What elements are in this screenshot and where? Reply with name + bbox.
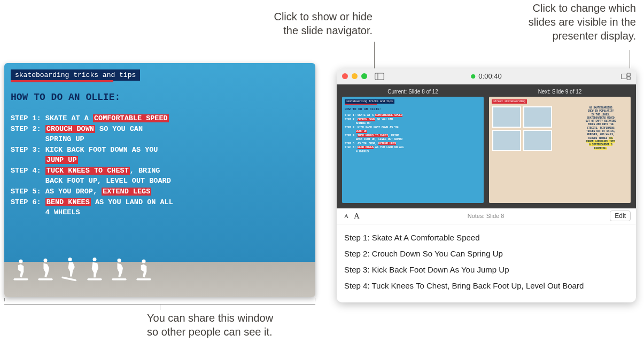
next-preview[interactable]: Next: Slide 9 of 12 street skateboarding…	[489, 89, 631, 203]
timer-value: 0:00:40	[478, 72, 501, 80]
preview-row: Current: Slide 8 of 12 skateboarding tri…	[337, 84, 636, 208]
current-preview[interactable]: Current: Slide 8 of 12 skateboarding tri…	[342, 89, 484, 203]
svg-rect-0	[375, 73, 384, 80]
next-thumb[interactable]: street skateboarding AS SKATEBOARDINGGRE…	[489, 97, 631, 203]
minimize-icon[interactable]	[352, 73, 358, 79]
font-smaller-button[interactable]: A	[342, 212, 351, 220]
notes-title: Notes: Slide 8	[362, 213, 610, 219]
next-collage	[492, 106, 556, 151]
thumb-underline	[345, 104, 377, 105]
notes-toolbar: A A Notes: Slide 8 Edit	[337, 208, 636, 224]
share-bracket	[4, 301, 315, 305]
edit-button[interactable]: Edit	[610, 211, 631, 221]
skater-silhouettes	[11, 258, 154, 282]
navigator-toggle-button[interactable]	[375, 73, 384, 80]
slide-steps: STEP 1: SKATE AT A COMFORTABLE SPEEDSTEP…	[11, 113, 203, 218]
slide-title-band: skateboarding tricks and tips	[11, 69, 140, 81]
window-controls[interactable]	[342, 73, 367, 79]
sidebar-icon	[375, 73, 384, 80]
slide-heading: HOW TO DO AN OLLIE:	[11, 92, 120, 103]
font-larger-button[interactable]: A	[352, 211, 362, 222]
zoom-icon[interactable]	[361, 73, 367, 79]
callout-share: You can share this windowso other people…	[147, 311, 307, 339]
timer: 0:00:40	[471, 72, 501, 80]
next-label: Next: Slide 9 of 12	[489, 89, 631, 95]
current-label: Current: Slide 8 of 12	[342, 89, 484, 95]
thumb-heading: HOW TO DO AN OLLIE:	[345, 107, 381, 111]
next-text: AS SKATEBOARDINGGREW IN POPULARITYIN THE…	[574, 106, 627, 150]
note-line: Step 3: Kick Back Foot Down As You Jump …	[344, 262, 629, 278]
callout-layout: Click to change whichslides are visible …	[465, 1, 636, 43]
layout-icon	[621, 73, 631, 80]
note-line: Step 4: Tuck Knees To Chest, Bring Back …	[344, 278, 629, 294]
thumb-band: skateboarding tricks and tips	[345, 99, 394, 104]
next-band: street skateboarding	[492, 99, 527, 104]
slide-underline	[11, 80, 113, 82]
thumb-steps: STEP 1: SKATE AT A COMFORTABLE SPEEDSTEP…	[345, 114, 420, 154]
presenter-display-window: 0:00:40 Current: Slide 8 of 12 skateboar…	[337, 68, 636, 302]
note-line: Step 1: Skate At A Comfortable Speed	[344, 230, 629, 246]
layout-button[interactable]	[621, 73, 631, 80]
svg-rect-3	[627, 73, 630, 76]
recording-dot-icon	[471, 74, 475, 79]
svg-rect-4	[627, 76, 630, 79]
current-thumb[interactable]: skateboarding tricks and tips HOW TO DO …	[342, 97, 484, 203]
main-slideshow-window[interactable]: skateboarding tricks and tips HOW TO DO …	[4, 63, 315, 297]
close-icon[interactable]	[342, 73, 348, 79]
callout-navigator: Click to show or hidethe slide navigator…	[223, 10, 373, 37]
svg-rect-2	[622, 74, 626, 79]
notes-body[interactable]: Step 1: Skate At A Comfortable Speed Ste…	[337, 224, 636, 302]
titlebar: 0:00:40	[337, 68, 636, 84]
note-line: Step 2: Crouch Down So You Can Spring Up	[344, 246, 629, 262]
